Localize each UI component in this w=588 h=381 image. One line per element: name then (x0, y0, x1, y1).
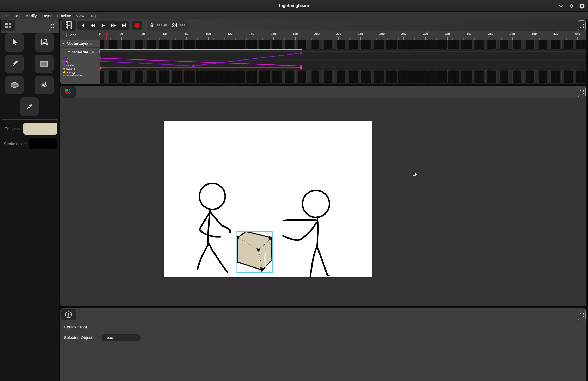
info-button[interactable] (61, 309, 76, 320)
ruler-label: 400 (531, 32, 537, 36)
stroke-color-label: Stroke color: (4, 141, 26, 146)
stick-figure-left[interactable] (198, 183, 230, 272)
scene-button[interactable] (61, 86, 76, 98)
object-visibility-button[interactable] (91, 50, 95, 54)
property-name: x (66, 57, 68, 60)
grid-icon (5, 23, 11, 28)
square-icon (92, 51, 94, 53)
object-span-bar[interactable] (100, 49, 302, 50)
keyframe-dot-x[interactable] (300, 52, 302, 54)
property-name: y (66, 61, 68, 63)
object-row[interactable]: 151ad70a... ~ (60, 49, 100, 55)
ruler-label: 260 (379, 32, 385, 36)
info-expand-button[interactable] (578, 310, 586, 320)
tool-pencil[interactable] (5, 55, 24, 73)
tool-rectangle[interactable] (35, 55, 54, 73)
tool-ellipse[interactable] (5, 76, 24, 94)
expand-icon (51, 24, 54, 28)
property-name: scale_y (66, 71, 75, 74)
tool-transform[interactable] (35, 33, 54, 52)
ruler-tick-major (382, 37, 382, 40)
stick-figure-right[interactable] (283, 190, 329, 277)
skip-to-end-button[interactable] (119, 21, 129, 30)
eyedropper-icon (26, 103, 33, 111)
stroke-color-swatch[interactable] (29, 138, 57, 149)
ruler-tick-major (425, 37, 426, 40)
property-row-scale_x[interactable]: scale_x (63, 67, 75, 70)
ruler-tick-major (491, 37, 491, 40)
menu-item-layer[interactable]: Layer (42, 12, 52, 19)
app-title: Lightningbeam (0, 0, 588, 11)
collapse-caret-icon[interactable] (62, 43, 65, 44)
ruler-label: 20 (120, 32, 123, 36)
timeline-film-button[interactable] (62, 20, 76, 31)
ruler-label: 280 (401, 32, 406, 36)
property-row-scale_y[interactable]: scale_y (63, 70, 75, 74)
stage-canvas[interactable] (164, 121, 372, 277)
layer-name: VectorLayer (67, 41, 89, 46)
keyframe-dot-x[interactable] (192, 64, 195, 67)
minimize-button[interactable] (558, 3, 564, 9)
ruler-tick-major (338, 37, 339, 40)
selected-object-value[interactable]: box (102, 334, 141, 341)
ruler-label: 380 (510, 32, 515, 36)
playback-controls (77, 21, 129, 30)
skip-to-start-button[interactable] (77, 21, 88, 30)
close-button[interactable] (579, 3, 585, 9)
keyframe-dot-frameNumber[interactable] (100, 67, 102, 69)
fill-color-swatch[interactable] (23, 123, 57, 135)
fast-forward-button[interactable] (108, 21, 119, 30)
keyframe-dot-frameNumber[interactable] (300, 67, 302, 69)
property-name: scale_x (66, 67, 75, 70)
frame-counter[interactable]: 6 FRAME 24 FPS (146, 20, 189, 31)
property-name: frameNumber (66, 74, 82, 77)
keyframe-dot-x[interactable] (100, 60, 101, 62)
keyframe-dot-y[interactable] (100, 57, 101, 59)
property-color-dot (63, 61, 65, 63)
collapse-caret-icon[interactable] (68, 51, 70, 53)
record-button[interactable] (132, 21, 142, 30)
timeline-frames-area[interactable] (100, 40, 586, 84)
property-color-dot (63, 58, 65, 59)
menu-item-modify[interactable]: Modify (25, 12, 37, 19)
tool-select[interactable] (5, 33, 24, 52)
timeline-expand-button[interactable] (578, 20, 586, 31)
ruler-label: 340 (466, 32, 471, 36)
ruler-label: 240 (358, 32, 363, 36)
box-object[interactable] (236, 231, 273, 273)
menu-item-file[interactable]: File (2, 12, 9, 19)
ruler-label: 320 (445, 32, 450, 36)
stage-expand-button[interactable] (578, 87, 586, 97)
chevron-down-icon (559, 5, 563, 7)
property-row-x[interactable]: x (63, 57, 68, 60)
play-button[interactable] (98, 21, 108, 30)
record-icon (134, 22, 140, 28)
ruler-tick-major (556, 37, 556, 40)
maximize-button[interactable] (568, 3, 574, 9)
fps-label: FPS (180, 24, 185, 27)
property-row-rotation[interactable]: rotation (63, 64, 75, 67)
property-row-frameNumber[interactable]: frameNumber (63, 74, 82, 77)
tool-paint-bucket[interactable] (35, 76, 54, 94)
object-tween-button[interactable]: ~ (96, 50, 100, 54)
keyframe-dot-y[interactable] (300, 65, 302, 67)
skip-to-start-icon (80, 23, 84, 27)
tool-eyedropper[interactable] (20, 97, 39, 116)
ruler-tick-major (317, 37, 317, 40)
tools-panel-header (1, 19, 59, 33)
menu-item-timeline[interactable]: Timeline (57, 12, 71, 19)
ruler-tick-major (577, 37, 578, 40)
menu-item-help[interactable]: Help (89, 12, 97, 19)
pencil-icon (11, 60, 19, 68)
fill-color-label: Fill color: (4, 126, 20, 131)
menu-item-view[interactable]: View (76, 12, 84, 19)
ruler-label: 300 (423, 32, 428, 36)
ruler-label: 200 (314, 32, 320, 36)
tool-grid-button[interactable] (1, 20, 15, 31)
rewind-button[interactable] (88, 21, 98, 30)
playhead[interactable] (105, 32, 108, 40)
property-row-y[interactable]: y (63, 60, 68, 64)
menu-item-edit[interactable]: Edit (14, 12, 20, 19)
tools-expand-button[interactable] (49, 21, 56, 31)
layer-row[interactable]: VectorLayer [L] (60, 40, 100, 47)
